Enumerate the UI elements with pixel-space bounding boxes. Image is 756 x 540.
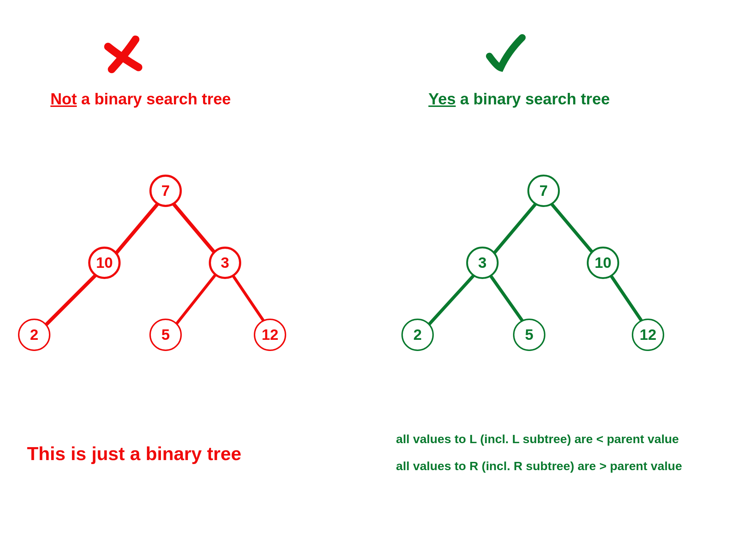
right-node-lr: 5 [513, 319, 545, 351]
right-title-rest: a binary search tree [456, 90, 610, 108]
right-title-emph: Yes [428, 90, 456, 108]
right-tree: 7 3 10 2 5 12 [378, 169, 756, 356]
right-node-l: 3 [466, 247, 499, 279]
left-title-emph: Not [50, 90, 77, 108]
right-title: Yes a binary search tree [428, 90, 610, 108]
right-tree-edges [378, 169, 756, 356]
left-node-ll: 2 [18, 319, 50, 351]
left-tree-edges [0, 169, 378, 356]
right-node-ll: 2 [401, 319, 434, 351]
check-icon [484, 32, 527, 76]
right-rule-1: all values to L (incl. L subtree) are < … [396, 432, 679, 446]
left-title-rest: a binary search tree [77, 90, 231, 108]
right-node-r: 10 [587, 247, 619, 279]
right-node-root: 7 [527, 175, 560, 207]
left-node-root: 7 [149, 175, 182, 207]
cross-icon [103, 34, 146, 77]
left-node-r: 3 [209, 247, 241, 279]
left-caption: This is just a binary tree [27, 443, 241, 464]
left-title: Not a binary search tree [50, 90, 231, 108]
left-tree: 7 10 3 2 5 12 [0, 169, 378, 356]
right-column: Yes a binary search tree 7 3 10 2 5 12 a… [378, 0, 756, 540]
right-node-rr: 12 [632, 319, 664, 351]
left-node-rl: 5 [149, 319, 182, 351]
left-column: Not a binary search tree 7 10 3 2 5 12 T… [0, 0, 378, 540]
left-node-rr: 12 [254, 319, 286, 351]
right-rule-2: all values to R (incl. R subtree) are > … [396, 459, 682, 473]
svg-line-2 [38, 272, 99, 333]
left-node-l: 10 [88, 247, 121, 279]
